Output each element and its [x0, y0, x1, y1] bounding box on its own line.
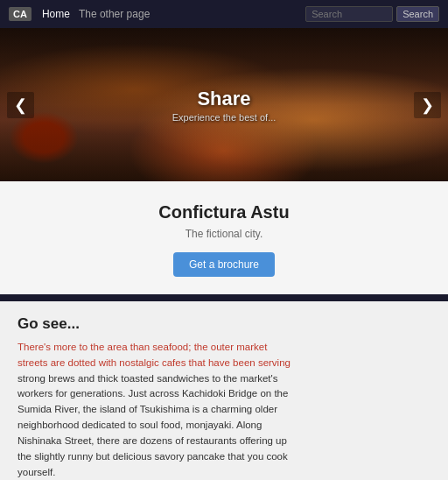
go-see-section: Go see... There's more to the area than … — [0, 301, 448, 480]
search-input[interactable] — [305, 6, 393, 22]
search-area: Search — [305, 6, 439, 22]
hero-section: Share Experience the best of... ❮ ❯ — [0, 28, 448, 181]
nav-link-other[interactable]: The other page — [79, 8, 150, 20]
hero-text: Share Experience the best of... — [172, 88, 276, 123]
divider — [0, 294, 448, 298]
hero-title: Share — [172, 88, 276, 110]
go-see-highlight: There's more to the area than seafood; t… — [18, 342, 290, 368]
go-see-body: There's more to the area than seafood; t… — [18, 340, 298, 480]
get-brochure-button[interactable]: Get a brochure — [173, 252, 275, 277]
logo: CA — [9, 7, 32, 21]
card-subtitle: The fictional city. — [18, 228, 430, 240]
hero-subtitle: Experience the best of... — [172, 112, 276, 123]
go-see-title: Go see... — [18, 315, 430, 333]
card-title: Confictura Astu — [18, 202, 430, 222]
card-section: Confictura Astu The fictional city. Get … — [0, 181, 448, 294]
go-see-text: strong brews and thick toasted sandwiche… — [18, 373, 288, 477]
hero-arrow-right[interactable]: ❯ — [414, 92, 441, 118]
navbar: CA Home The other page Search — [0, 0, 448, 28]
nav-link-home[interactable]: Home — [42, 8, 70, 20]
hero-arrow-left[interactable]: ❮ — [7, 92, 34, 118]
search-button[interactable]: Search — [396, 6, 439, 22]
nav-links: Home The other page — [42, 8, 150, 20]
